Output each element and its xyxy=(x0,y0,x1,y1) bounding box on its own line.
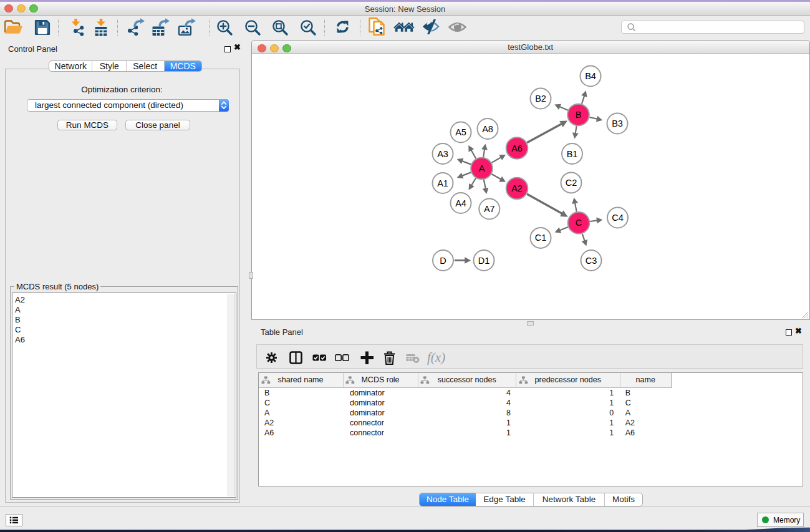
svg-text:A1: A1 xyxy=(437,178,448,188)
svg-text:B1: B1 xyxy=(567,149,578,159)
svg-text:B2: B2 xyxy=(535,94,546,104)
svg-text:A5: A5 xyxy=(455,127,466,137)
svg-text:C4: C4 xyxy=(612,213,624,223)
svg-text:B: B xyxy=(576,110,582,120)
svg-text:D1: D1 xyxy=(478,256,490,266)
svg-text:A8: A8 xyxy=(482,124,493,134)
svg-text:C3: C3 xyxy=(586,256,597,266)
svg-text:C: C xyxy=(576,218,582,228)
svg-text:A: A xyxy=(479,163,485,173)
svg-text:A2: A2 xyxy=(511,183,523,193)
svg-text:A4: A4 xyxy=(455,198,466,208)
svg-text:C1: C1 xyxy=(535,233,547,243)
svg-text:B3: B3 xyxy=(612,118,623,128)
svg-text:C2: C2 xyxy=(566,178,577,188)
svg-text:A3: A3 xyxy=(437,149,448,159)
svg-text:B4: B4 xyxy=(585,71,596,81)
svg-text:A6: A6 xyxy=(511,143,523,153)
svg-text:D: D xyxy=(440,256,446,266)
svg-text:A7: A7 xyxy=(484,204,495,214)
